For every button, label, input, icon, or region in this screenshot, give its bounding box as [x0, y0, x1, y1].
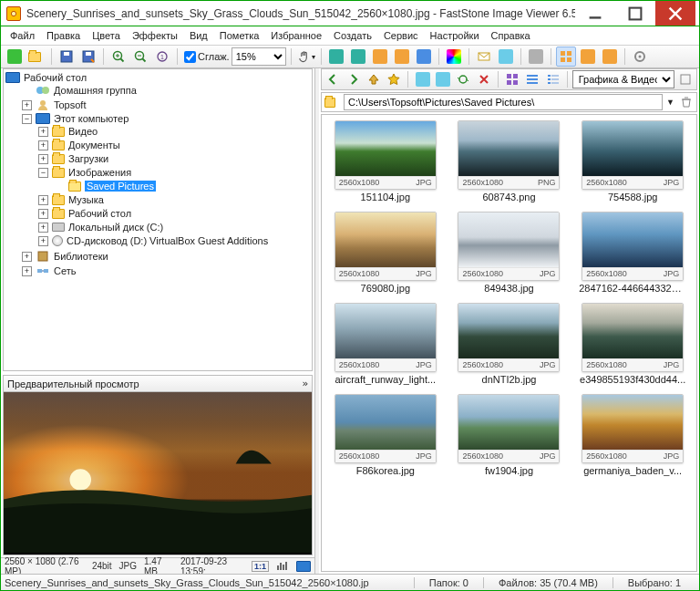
view-grid-icon[interactable]: [503, 69, 521, 89]
zoom-in-icon[interactable]: [108, 47, 129, 67]
thumb-item[interactable]: 2560x1080JPG849438.jpg: [451, 212, 568, 294]
nav-back-icon[interactable]: [324, 69, 342, 89]
save-as-icon[interactable]: [78, 47, 98, 67]
menu-эффекты[interactable]: Эффекты: [127, 28, 183, 43]
tree-user[interactable]: Topsoft: [54, 99, 86, 110]
thumb-item[interactable]: 2560x1080JPGe349855193f430dd44...: [574, 303, 691, 385]
thumb-item[interactable]: 2560x1080JPGdnNTI2b.jpg: [451, 303, 568, 385]
nav-up-icon[interactable]: [365, 69, 383, 89]
thumbnail-grid[interactable]: 2560x1080JPG151104.jpg2560x1080PNG608743…: [321, 114, 697, 572]
menu-создать[interactable]: Создать: [328, 28, 377, 43]
canvas-icon[interactable]: [414, 47, 434, 67]
color-icon[interactable]: [444, 47, 464, 67]
refresh-icon[interactable]: [454, 69, 472, 89]
status-histogram-icon[interactable]: [276, 560, 289, 573]
slideshow-icon[interactable]: [496, 47, 516, 67]
menu-правка[interactable]: Правка: [41, 28, 86, 43]
folder-icon[interactable]: [324, 94, 340, 110]
view-thumbs-icon[interactable]: [556, 47, 576, 67]
address-input[interactable]: [344, 94, 663, 110]
view-list-icon[interactable]: [523, 69, 541, 89]
zoom-out-icon[interactable]: [130, 47, 150, 67]
tree-drive-d[interactable]: CD-дисковод (D:) VirtualBox Guest Additi…: [67, 235, 268, 246]
thumb-item[interactable]: 2560x1080JPG769080.jpg: [327, 212, 444, 294]
delete-icon[interactable]: [474, 69, 492, 89]
zoom-actual-icon[interactable]: 1: [152, 47, 172, 67]
tree-this-pc[interactable]: Этот компьютер: [54, 113, 129, 124]
thumb-res: 2560x1080: [586, 178, 627, 187]
menu-избранное[interactable]: Избранное: [265, 28, 327, 43]
tree-downloads[interactable]: Загрузки: [68, 153, 108, 164]
tree-libraries[interactable]: Библиотеки: [54, 251, 108, 262]
crop-icon[interactable]: [392, 47, 412, 67]
tree-pictures[interactable]: Изображения: [68, 167, 131, 178]
save-icon[interactable]: [57, 47, 77, 67]
thumb-res: 2560x1080: [339, 269, 380, 278]
maximize-button[interactable]: [615, 1, 655, 26]
favorite-icon[interactable]: [385, 69, 403, 89]
thumb-item[interactable]: 2560x1080PNG608743.png: [451, 120, 568, 202]
thumb-item[interactable]: 2560x1080JPG754588.jpg: [574, 120, 691, 202]
open-icon[interactable]: [26, 47, 46, 67]
tree-documents[interactable]: Документы: [68, 140, 120, 150]
status-size: 1.47 MB: [144, 556, 173, 575]
thumb-item[interactable]: 2560x1080JPGaircraft_runway_light...: [327, 303, 444, 385]
preview-image[interactable]: [3, 391, 313, 555]
filter-settings-icon[interactable]: [676, 69, 695, 89]
settings-icon[interactable]: [630, 47, 650, 67]
menu-настройки[interactable]: Настройки: [425, 28, 485, 43]
hand-tool-icon[interactable]: ▾: [296, 47, 316, 67]
menu-вид[interactable]: Вид: [184, 28, 213, 43]
svg-rect-15: [567, 57, 571, 62]
view-full-icon[interactable]: [578, 47, 598, 67]
svg-rect-23: [44, 269, 48, 273]
thumb-res: 2560x1080: [586, 269, 627, 278]
rotate-left-icon[interactable]: [326, 47, 346, 67]
zoom-select[interactable]: 15%: [232, 47, 286, 66]
preview-expand-icon[interactable]: »: [302, 378, 308, 389]
smooth-checkbox[interactable]: Сглаж.: [184, 51, 230, 63]
svg-rect-31: [507, 74, 511, 78]
menu-цвета[interactable]: Цвета: [87, 28, 126, 43]
rotate-right-icon[interactable]: [348, 47, 368, 67]
tree-desktop2[interactable]: Рабочий стол: [68, 208, 131, 219]
svg-rect-35: [527, 75, 538, 77]
move-icon[interactable]: [434, 69, 452, 89]
tree-homegroup[interactable]: Домашняя группа: [54, 85, 137, 96]
resize-icon[interactable]: [370, 47, 390, 67]
folder-tree[interactable]: Рабочий стол Домашняя группа +Topsoft −Э…: [3, 68, 313, 371]
thumb-item[interactable]: 2560x1080JPGgermaniya_baden_v...: [574, 394, 691, 476]
status-zoom-1to1[interactable]: 1:1: [252, 561, 269, 572]
copy-icon[interactable]: [413, 69, 431, 89]
address-dropdown-icon[interactable]: ▼: [666, 98, 674, 107]
thumb-item[interactable]: 2560x1080JPG2847162-44664433226...: [574, 212, 691, 294]
close-button[interactable]: [655, 1, 695, 26]
menu-пометка[interactable]: Пометка: [214, 28, 265, 43]
view-dual-icon[interactable]: [600, 47, 620, 67]
compare-icon[interactable]: [526, 47, 546, 67]
tree-saved-pictures[interactable]: Saved Pictures: [85, 181, 156, 192]
window-title: Scenery_Sunrises_and_sunsets_Sky_Grass_C…: [26, 7, 575, 20]
tree-videos[interactable]: Видео: [68, 126, 98, 137]
minimize-button[interactable]: [575, 1, 615, 26]
tree-drive-c[interactable]: Локальный диск (C:): [68, 222, 163, 233]
nav-fwd-icon[interactable]: [344, 69, 362, 89]
menu-справка[interactable]: Справка: [486, 28, 536, 43]
menubar: ФайлПравкаЦветаЭффектыВидПометкаИзбранно…: [1, 26, 699, 45]
acquire-icon[interactable]: [5, 47, 25, 67]
trash-icon[interactable]: [678, 94, 695, 110]
thumb-item[interactable]: 2560x1080JPGfw1904.jpg: [451, 394, 568, 476]
tree-music[interactable]: Музыка: [68, 194, 104, 205]
status-screen-icon[interactable]: [296, 561, 311, 572]
thumb-item[interactable]: 2560x1080JPGF86korea.jpg: [327, 394, 444, 476]
mail-icon[interactable]: [474, 47, 494, 67]
thumb-item[interactable]: 2560x1080JPG151104.jpg: [327, 120, 444, 202]
thumb-res: 2560x1080: [586, 360, 627, 369]
filter-combo[interactable]: Графика & Видео: [572, 70, 674, 88]
view-detail-icon[interactable]: [543, 69, 561, 89]
svg-rect-30: [285, 562, 287, 570]
menu-файл[interactable]: Файл: [5, 28, 40, 43]
tree-network[interactable]: Сеть: [54, 265, 76, 276]
tree-desktop[interactable]: Рабочий стол: [24, 72, 87, 83]
menu-сервис[interactable]: Сервис: [378, 28, 424, 43]
